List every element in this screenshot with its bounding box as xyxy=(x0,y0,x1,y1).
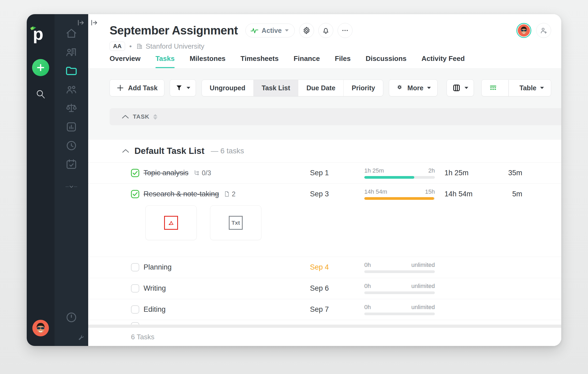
tab-tasks[interactable]: Tasks xyxy=(156,54,175,68)
time-logged: 14h 54m xyxy=(437,190,494,198)
filter-button[interactable] xyxy=(170,79,196,96)
bar-chart-icon xyxy=(65,121,78,133)
nav-projects[interactable] xyxy=(65,65,78,77)
columns-button[interactable] xyxy=(447,79,474,96)
nav-time[interactable] xyxy=(65,140,78,151)
page-title: September Assignment xyxy=(110,24,238,37)
time-remaining: 35m xyxy=(494,169,561,177)
settings-wrench-icon[interactable] xyxy=(78,334,84,341)
group-by-ungrouped[interactable]: Ungrouped xyxy=(202,80,253,96)
add-user-button[interactable] xyxy=(536,23,551,38)
task-row-partial[interactable] xyxy=(88,320,561,325)
tasks-body: Add Task Ungrouped Task List Due Date Pr… xyxy=(88,68,561,346)
nav-tasks[interactable] xyxy=(65,158,78,170)
task-name[interactable]: Editing xyxy=(144,305,166,314)
txt-file-icon: Txt xyxy=(229,216,243,230)
check-icon xyxy=(133,171,138,175)
projects-folder-icon xyxy=(65,64,78,77)
time-budget-bar: 1h 25m 2h xyxy=(362,167,437,179)
tab-discussions[interactable]: Discussions xyxy=(366,54,407,68)
pulse-icon xyxy=(250,27,258,34)
table-column-header: TASK xyxy=(110,108,561,125)
clients-icon xyxy=(65,46,78,58)
group-by-task-list[interactable]: Task List xyxy=(253,80,298,96)
add-user-icon xyxy=(539,26,548,35)
task-count: 6 Tasks xyxy=(131,333,154,341)
nav-clients[interactable] xyxy=(65,46,78,58)
task-name[interactable]: Topic analysis xyxy=(144,169,188,177)
tab-finance[interactable]: Finance xyxy=(293,54,320,68)
chevron-down-icon xyxy=(65,184,78,189)
more-options-button[interactable] xyxy=(338,23,353,38)
list-footer: 6 Tasks xyxy=(88,328,561,346)
search-button[interactable] xyxy=(34,88,47,101)
view-switcher-button[interactable]: Table xyxy=(481,79,551,96)
subtasks-icon xyxy=(193,169,200,176)
paymo-logo[interactable]: p xyxy=(33,24,48,44)
tab-milestones[interactable]: Milestones xyxy=(189,54,225,68)
timer-icon[interactable] xyxy=(65,311,78,324)
main-content: September Assignment Active xyxy=(88,14,561,346)
pdf-file-icon xyxy=(164,216,178,230)
plus-icon xyxy=(36,63,45,72)
plus-icon xyxy=(116,84,124,92)
task-row[interactable]: Editing Sep 7 0h unlimited xyxy=(88,299,561,320)
client-name: Stanford University xyxy=(136,42,204,50)
add-new-button[interactable] xyxy=(32,59,49,76)
sort-control[interactable] xyxy=(153,114,157,120)
table-view-toggle[interactable] xyxy=(482,80,505,96)
group-by-priority[interactable]: Priority xyxy=(343,80,383,96)
chevron-down-icon xyxy=(187,87,190,89)
time-remaining: 5m xyxy=(494,190,561,198)
task-row[interactable]: Planning Sep 4 0h unlimited xyxy=(88,257,561,278)
project-header: September Assignment Active xyxy=(88,14,561,68)
view-dropdown[interactable]: Table xyxy=(513,80,551,96)
pdf-attachment[interactable] xyxy=(145,205,197,240)
nav-accounting[interactable] xyxy=(65,102,78,114)
clock-icon xyxy=(65,139,78,152)
task-row[interactable]: Writing Sep 6 0h unlimited xyxy=(88,278,561,299)
nav-reports[interactable] xyxy=(65,121,78,133)
task-name[interactable]: Planning xyxy=(144,263,172,271)
team-icon xyxy=(65,83,78,96)
files-meta[interactable]: 2 xyxy=(224,190,235,198)
task-row[interactable]: Topic analysis 0/3 Sep 1 1h 25m 2h xyxy=(88,162,561,184)
collapse-all-chevron-icon[interactable] xyxy=(122,114,129,119)
calendar-check-icon xyxy=(65,158,78,170)
group-collapse-chevron-icon[interactable] xyxy=(122,149,130,153)
add-task-button[interactable]: Add Task xyxy=(110,79,164,96)
task-checkbox-unchecked[interactable] xyxy=(131,263,139,271)
task-checkbox-checked[interactable] xyxy=(131,190,139,198)
file-icon xyxy=(224,190,230,197)
app-window: p xyxy=(27,14,561,346)
user-avatar[interactable] xyxy=(32,320,49,336)
task-checkbox-unchecked[interactable] xyxy=(131,305,139,314)
nav-home[interactable] xyxy=(65,28,78,39)
more-button[interactable]: More xyxy=(389,79,438,96)
tab-activity-feed[interactable]: Activity Feed xyxy=(421,54,465,68)
group-by-due-date[interactable]: Due Date xyxy=(298,80,343,96)
task-checkbox-checked[interactable] xyxy=(131,169,139,177)
txt-attachment[interactable]: Txt xyxy=(210,205,261,240)
nav-expander[interactable] xyxy=(65,181,78,193)
task-name[interactable]: Writing xyxy=(144,284,166,293)
tasks-toolbar: Add Task Ungrouped Task List Due Date Pr… xyxy=(110,79,551,96)
subtasks-meta[interactable]: 0/3 xyxy=(193,169,211,177)
tab-overview[interactable]: Overview xyxy=(110,54,141,68)
collapse-panel-icon[interactable] xyxy=(91,20,98,26)
collapse-rail-icon[interactable] xyxy=(78,20,84,26)
scroll-gap xyxy=(88,325,561,328)
building-icon xyxy=(136,43,143,50)
task-name[interactable]: Research & note-taking xyxy=(144,190,219,198)
project-settings-button[interactable] xyxy=(299,23,314,38)
group-count: — 6 tasks xyxy=(211,147,244,155)
chevron-down-icon xyxy=(285,29,289,32)
status-dropdown[interactable]: Active xyxy=(245,24,295,37)
task-checkbox-unchecked[interactable] xyxy=(131,284,139,293)
task-row[interactable]: Research & note-taking 2 Sep 3 14h 54m xyxy=(88,183,561,204)
tab-files[interactable]: Files xyxy=(335,54,351,68)
tab-timesheets[interactable]: Timesheets xyxy=(241,54,279,68)
assigned-user-avatar[interactable] xyxy=(516,23,531,38)
nav-team[interactable] xyxy=(65,84,78,95)
notifications-button[interactable] xyxy=(318,23,333,38)
